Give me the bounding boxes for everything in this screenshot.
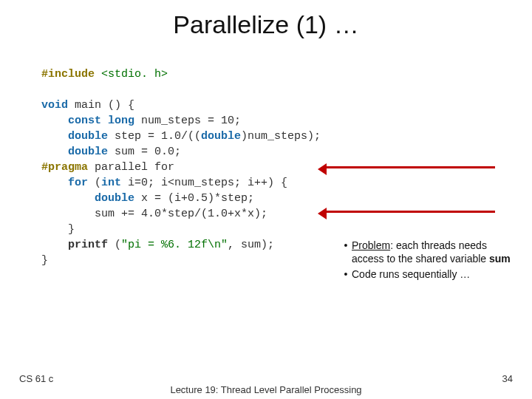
code-block: #include <stdio. h> void main () { const…	[41, 66, 321, 268]
step-decl-b: )num_steps);	[241, 130, 321, 143]
list-item: • Problem: each threads needs access to …	[340, 239, 517, 265]
sum-expr: sum += 4.0*step/(1.0+x*x);	[41, 208, 267, 220]
numsteps-decl: num_steps = 10;	[134, 115, 241, 127]
note-1-problem: Problem	[352, 239, 390, 251]
pragma-rest: parallel for	[88, 161, 174, 174]
notes-list: • Problem: each threads needs access to …	[340, 239, 517, 284]
page-number: 34	[502, 373, 513, 384]
brace-close-inner: }	[41, 223, 75, 236]
printf-a: (	[108, 239, 121, 251]
for-a: (	[88, 177, 101, 189]
pp-include: #include	[41, 68, 95, 81]
footer-left: CS 61 c	[19, 373, 53, 384]
note-1: Problem: each threads needs access to th…	[352, 239, 517, 265]
x-decl: x = (i+0.5)*step;	[134, 192, 254, 205]
kw-const-long: const long	[41, 115, 134, 127]
kw-double-2: double	[41, 146, 108, 158]
brace-close-outer: }	[41, 254, 48, 267]
sum-decl: sum = 0.0;	[108, 146, 181, 158]
note-1-sum: sum	[489, 253, 511, 265]
kw-for: for	[41, 177, 88, 189]
arrow-icon	[325, 166, 495, 168]
pp-pragma: #pragma	[41, 161, 88, 174]
arrow-icon	[325, 211, 495, 213]
bullet-icon: •	[340, 239, 352, 265]
slide-title: Parallelize (1) …	[0, 10, 532, 39]
kw-void: void	[41, 99, 68, 112]
slide: Parallelize (1) … #include <stdio. h> vo…	[0, 0, 532, 399]
kw-double-3: double	[41, 192, 134, 205]
for-b: i=0; i<num_steps; i++) {	[121, 177, 287, 189]
printf-b: , sum);	[228, 239, 274, 251]
kw-double-cast: double	[201, 130, 241, 143]
fn-printf: printf	[41, 239, 108, 251]
bullet-icon: •	[340, 268, 352, 282]
include-header: <stdio. h>	[95, 68, 168, 81]
kw-double-1: double	[41, 130, 108, 143]
kw-int: int	[101, 177, 121, 189]
main-sig: main () {	[68, 99, 134, 112]
footer-center: Lecture 19: Thread Level Parallel Proces…	[0, 384, 532, 395]
list-item: • Code runs sequentially …	[340, 268, 517, 282]
step-decl-a: step = 1.0/((	[108, 130, 201, 143]
printf-str: "pi = %6. 12f\n"	[121, 239, 228, 251]
note-2: Code runs sequentially …	[352, 268, 517, 282]
